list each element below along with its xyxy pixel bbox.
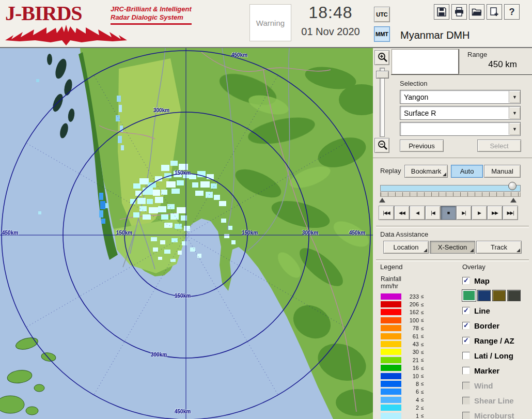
playback-button[interactable]: |◀◀: [379, 206, 394, 220]
overlay-item[interactable]: ✓ Microburst: [462, 410, 529, 419]
range-ring-label: 300km: [151, 352, 167, 358]
playback-button[interactable]: ◀: [410, 206, 425, 220]
zoom-out-button[interactable]: [374, 138, 389, 153]
overlay-item[interactable]: ✓ Wind: [462, 380, 529, 391]
zoom-out-icon: [377, 139, 388, 151]
range-value: 450 km: [458, 59, 517, 70]
checkbox[interactable]: ✓: [462, 307, 470, 315]
radar-map[interactable]: 450km300km150km150km300km450km450km150km…: [0, 48, 373, 419]
overlay-item-label: Range / AZ: [474, 336, 514, 345]
import-image-button[interactable]: [487, 4, 502, 20]
import-image-icon: [489, 7, 499, 17]
selection-dropdown[interactable]: Surface R ▼: [400, 106, 521, 120]
checkbox[interactable]: ✓: [462, 337, 470, 345]
overlay-item-label: Shear Line: [474, 396, 514, 405]
map-checkbox[interactable]: ✓: [462, 277, 470, 285]
zoom-slider-thumb[interactable]: [376, 71, 389, 79]
legend-color-swatch: [381, 381, 401, 387]
check-icon: ✓: [463, 277, 469, 283]
manual-button[interactable]: Manual: [484, 165, 521, 178]
playback-button[interactable]: ▶▶|: [503, 206, 518, 220]
playback-button[interactable]: ▶▶: [487, 206, 503, 220]
overlay-item[interactable]: ✓ Range / AZ: [462, 335, 529, 346]
legend-value: 162: [405, 309, 419, 315]
rainfall-legend: 233 ≤ 206 ≤ 162 ≤ 100 ≤ 78 ≤: [381, 292, 448, 419]
timeline-thumb[interactable]: [508, 182, 517, 190]
playback-button[interactable]: ◀◀: [394, 206, 410, 220]
playback-button[interactable]: ■: [441, 206, 456, 220]
overlay-item[interactable]: ✓ Marker: [462, 365, 529, 376]
bookmark-button[interactable]: Bookmark: [404, 165, 448, 178]
data-assistance-label: Data Assistance: [380, 230, 428, 238]
checkbox[interactable]: ✓: [462, 367, 470, 375]
legend-operator: ≤: [421, 405, 424, 411]
overlay-item[interactable]: ✓ Lati / Long: [462, 350, 529, 361]
open-file-button[interactable]: [469, 4, 484, 20]
header: J-BIRDS JRC-Brilliant & Intelligent Rada…: [0, 0, 532, 48]
range-ring-label: 450km: [231, 52, 247, 58]
checkbox[interactable]: ✓: [462, 382, 470, 390]
legend-color-swatch: [381, 389, 401, 395]
save-button[interactable]: [434, 4, 449, 20]
checkbox[interactable]: ✓: [462, 322, 470, 330]
print-button[interactable]: [451, 4, 467, 20]
overlay-item[interactable]: ✓ Line: [462, 305, 529, 316]
zoom-in-button[interactable]: [374, 50, 389, 65]
legend-title: Legend: [380, 263, 402, 271]
timeline-end-marker[interactable]: [510, 198, 517, 203]
overlay-items: ✓ Line ✓ Border ✓ Range / AZ ✓ Lati / Lo…: [462, 305, 529, 419]
legend-item: 10 ≤: [381, 372, 448, 380]
legend-item: 30 ≤: [381, 348, 448, 356]
legend-color-swatch: [381, 357, 401, 363]
map-color-swatch[interactable]: [462, 290, 476, 301]
map-color-swatch[interactable]: [507, 290, 521, 301]
help-button[interactable]: ?: [504, 4, 520, 20]
overlay-item[interactable]: ✓ Shear Line: [462, 395, 529, 406]
chevron-down-icon[interactable]: ▼: [509, 107, 520, 119]
data-assistance-button[interactable]: Track: [476, 241, 522, 254]
legend-operator: ≤: [421, 349, 424, 355]
legend-color-swatch: [381, 325, 401, 331]
legend-unit-line1: Rainfall: [381, 275, 401, 283]
zoom-controls: [373, 48, 391, 158]
range-ring-label: 150km: [175, 293, 191, 299]
map-color-swatch[interactable]: [477, 290, 491, 301]
overlay-title: Overlay: [462, 263, 486, 271]
range-ring-label: 150km: [116, 230, 132, 236]
selection-dropdown[interactable]: ▼: [400, 122, 521, 136]
range-ring-label: 450km: [2, 230, 18, 236]
checkbox[interactable]: ✓: [462, 397, 470, 405]
selection-dropdown[interactable]: Yangon ▼: [400, 90, 521, 104]
timeline-start-marker[interactable]: [379, 198, 385, 203]
map-color-swatch[interactable]: [492, 290, 506, 301]
legend-item: 16 ≤: [381, 364, 448, 372]
playback-button[interactable]: |◀: [425, 206, 441, 220]
selection-panel: Range 450 km Selection Yangon ▼ Surface …: [391, 48, 532, 158]
checkbox[interactable]: ✓: [462, 352, 470, 360]
playback-button[interactable]: ▶: [472, 206, 487, 220]
chevron-down-icon[interactable]: ▼: [509, 91, 520, 103]
data-assistance-button[interactable]: X-Section: [430, 241, 475, 254]
selection-dropdowns: Yangon ▼ Surface R ▼ ▼: [400, 90, 521, 138]
auto-button[interactable]: Auto: [451, 165, 483, 178]
playback-button[interactable]: ▶|: [456, 206, 472, 220]
overlay-item[interactable]: ✓ Border: [462, 320, 529, 331]
select-button[interactable]: Select: [477, 139, 521, 152]
previous-button[interactable]: Previous: [400, 139, 444, 152]
overlay-item-map[interactable]: ✓ Map: [462, 275, 529, 286]
replay-timeline[interactable]: [380, 185, 521, 192]
timezone-button[interactable]: UTC: [374, 7, 390, 22]
divider: [391, 74, 532, 75]
legend-operator: ≤: [421, 302, 424, 307]
legend-color-swatch: [381, 397, 401, 403]
range-ring-label: 300km: [302, 230, 318, 236]
legend-color-swatch: [381, 373, 401, 379]
checkbox[interactable]: ✓: [462, 412, 470, 419]
legend-value: 61: [405, 333, 419, 339]
logo-subtitle-line1: JRC-Brilliant & Intelligent: [111, 5, 192, 13]
chevron-down-icon[interactable]: ▼: [509, 123, 520, 135]
timezone-button[interactable]: MMT: [374, 26, 390, 42]
legend-color-swatch: [381, 413, 401, 419]
data-assistance-button[interactable]: Location: [383, 241, 429, 254]
logo-subtitle-line2: Radar Dialogic System: [111, 13, 192, 22]
